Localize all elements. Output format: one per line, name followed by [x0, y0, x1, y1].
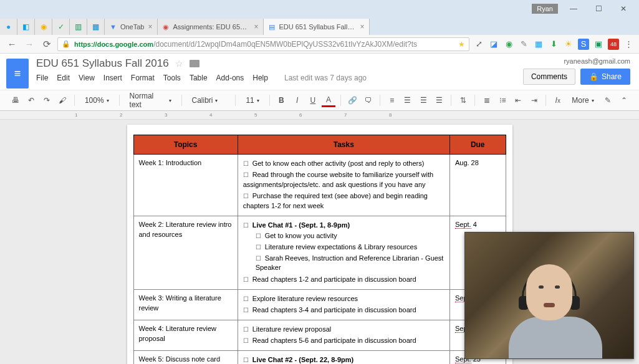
- line-spacing-icon[interactable]: ⇅: [456, 93, 469, 107]
- browser-toolbar: ← → ⟳ 🔒 https://docs.google.com/document…: [0, 35, 639, 54]
- pinned-tab[interactable]: ●: [0, 19, 17, 35]
- italic-icon[interactable]: I: [291, 93, 304, 107]
- docs-logo-icon[interactable]: ≡: [6, 59, 29, 89]
- presenter-figure: [509, 264, 590, 359]
- clear-format-icon[interactable]: Ix: [551, 93, 564, 107]
- fontsize-select[interactable]: 11▾: [241, 94, 264, 107]
- last-edit-text: Last edit was 7 days ago: [284, 74, 367, 82]
- cell-due: Aug. 28: [449, 155, 506, 216]
- comments-button[interactable]: Comments: [523, 69, 575, 85]
- menu-view[interactable]: View: [79, 74, 95, 82]
- pinned-tab[interactable]: ◧: [17, 19, 35, 35]
- docs-menubar: File Edit View Insert Format Tools Table…: [36, 74, 367, 82]
- bulleted-list-icon[interactable]: ⁝≡: [496, 93, 509, 107]
- docs-toolbar: 🖶 ↶ ↷ 🖌 100%▾ Normal text▾ Calibri▾ 11▾ …: [0, 90, 639, 111]
- menu-help[interactable]: Help: [252, 74, 268, 82]
- window-minimize-button[interactable]: —: [561, 2, 586, 15]
- ext-icon[interactable]: ▣: [593, 39, 604, 50]
- menu-edit[interactable]: Edit: [57, 74, 70, 82]
- more-button[interactable]: More▾: [567, 94, 598, 107]
- reload-button[interactable]: ⟳: [40, 37, 54, 51]
- ext-icon[interactable]: ◉: [503, 39, 514, 50]
- menu-table[interactable]: Table: [190, 74, 208, 82]
- style-select[interactable]: Normal text▾: [125, 90, 176, 111]
- browser-tab-active[interactable]: ▤ EDU 651 Syllabus Fall 201 ×: [264, 19, 370, 35]
- ext-icon[interactable]: ✎: [518, 39, 529, 50]
- numbered-list-icon[interactable]: ≣: [480, 93, 493, 107]
- webcam-overlay: [464, 232, 634, 359]
- align-right-icon[interactable]: ☰: [417, 93, 430, 107]
- ext-icon[interactable]: 48: [608, 39, 619, 50]
- comment-icon[interactable]: 🗨: [362, 93, 375, 107]
- lock-icon: 🔒: [589, 72, 598, 81]
- table-row: Week 4: Literature review proposalLitera…: [133, 320, 506, 351]
- chrome-menu-icon[interactable]: ⋮: [623, 39, 634, 50]
- window-maximize-button[interactable]: ☐: [586, 2, 611, 15]
- canvas-icon: ◉: [163, 23, 169, 31]
- ruler[interactable]: 12345678: [0, 111, 639, 120]
- paint-format-icon[interactable]: 🖌: [56, 93, 69, 107]
- extension-icons: ⤢ ◪ ◉ ✎ ▦ ⬇ ☀ S ▣ 48 ⋮: [473, 39, 634, 50]
- collapse-icon[interactable]: ⌃: [617, 93, 630, 107]
- close-icon[interactable]: ×: [360, 22, 364, 31]
- share-button[interactable]: 🔒Share: [580, 69, 630, 85]
- window-close-button[interactable]: ✕: [611, 2, 636, 15]
- ext-icon[interactable]: ⤢: [473, 39, 484, 50]
- increase-indent-icon[interactable]: ⇥: [527, 93, 541, 107]
- menu-tools[interactable]: Tools: [163, 74, 181, 82]
- star-icon[interactable]: ☆: [175, 59, 183, 69]
- back-button[interactable]: ←: [5, 37, 19, 51]
- document-page[interactable]: Topics Tasks Due Week 1: IntroductionGet…: [127, 125, 512, 364]
- align-justify-icon[interactable]: ☰: [433, 93, 446, 107]
- document-canvas: Topics Tasks Due Week 1: IntroductionGet…: [0, 120, 639, 364]
- menu-addons[interactable]: Add-ons: [216, 74, 244, 82]
- menu-file[interactable]: File: [36, 74, 48, 82]
- editing-mode-icon[interactable]: ✎: [602, 93, 615, 107]
- cell-topic: Week 2: Literature review intro and reso…: [133, 216, 238, 290]
- ext-icon[interactable]: ▦: [533, 39, 544, 50]
- ext-icon[interactable]: ⬇: [548, 39, 559, 50]
- folder-icon[interactable]: [190, 60, 199, 67]
- tab-label: OneTab: [120, 23, 145, 31]
- underline-icon[interactable]: U: [306, 93, 319, 107]
- pinned-tab[interactable]: ✓: [52, 19, 70, 35]
- zoom-select[interactable]: 100%▾: [80, 94, 114, 107]
- menu-format[interactable]: Format: [131, 74, 155, 82]
- link-icon[interactable]: 🔗: [346, 93, 359, 107]
- user-email[interactable]: ryaneash@gmail.com: [564, 57, 630, 65]
- doc-title[interactable]: EDU 651 Syllabus Fall 2016: [36, 57, 169, 70]
- redo-icon[interactable]: ↷: [40, 93, 53, 107]
- browser-tab[interactable]: ◉ Assignments: EDU 651.70 ×: [158, 19, 264, 35]
- ext-icon[interactable]: S: [578, 39, 589, 50]
- header-tasks: Tasks: [238, 135, 449, 155]
- pinned-tab[interactable]: ◉: [35, 19, 52, 35]
- bold-icon[interactable]: B: [275, 93, 288, 107]
- url-bar[interactable]: 🔒 https://docs.google.com/document/d/12w…: [57, 37, 469, 51]
- ext-icon[interactable]: ☀: [563, 39, 574, 50]
- cell-topic: Week 1: Introduction: [133, 155, 238, 216]
- cell-tasks: Explore literature review resourcesRead …: [238, 290, 449, 320]
- decrease-indent-icon[interactable]: ⇤: [512, 93, 525, 107]
- pinned-tab[interactable]: ▥: [70, 19, 87, 35]
- cell-tasks: Live Chat #1 - (Sept. 1, 8-9pm)Get to kn…: [238, 216, 449, 290]
- text-color-icon[interactable]: A: [322, 93, 335, 107]
- print-icon[interactable]: 🖶: [9, 93, 22, 107]
- close-icon[interactable]: ×: [254, 22, 258, 31]
- cell-tasks: Live Chat #2 - (Sept. 22, 8-9pm)Clarify …: [238, 351, 449, 364]
- forward-button[interactable]: →: [22, 37, 36, 51]
- close-icon[interactable]: ×: [148, 22, 152, 31]
- schedule-table: Topics Tasks Due Week 1: IntroductionGet…: [133, 135, 506, 364]
- undo-icon[interactable]: ↶: [24, 93, 37, 107]
- table-row: Week 1: IntroductionGet to know each oth…: [133, 155, 506, 216]
- pinned-tab[interactable]: ▦: [87, 19, 105, 35]
- cell-tasks: Literature review proposalRead chapters …: [238, 320, 449, 351]
- tab-label: EDU 651 Syllabus Fall 201: [279, 23, 356, 31]
- align-center-icon[interactable]: ☰: [401, 93, 414, 107]
- bookmark-star-icon[interactable]: ★: [458, 40, 465, 49]
- align-left-icon[interactable]: ≡: [385, 93, 398, 107]
- cell-topic: Week 5: Discuss note card confessions vi…: [133, 351, 238, 364]
- browser-tab[interactable]: ▼ OneTab ×: [105, 19, 158, 35]
- menu-insert[interactable]: Insert: [103, 74, 122, 82]
- font-select[interactable]: Calibri▾: [186, 94, 230, 107]
- ext-icon[interactable]: ◪: [488, 39, 499, 50]
